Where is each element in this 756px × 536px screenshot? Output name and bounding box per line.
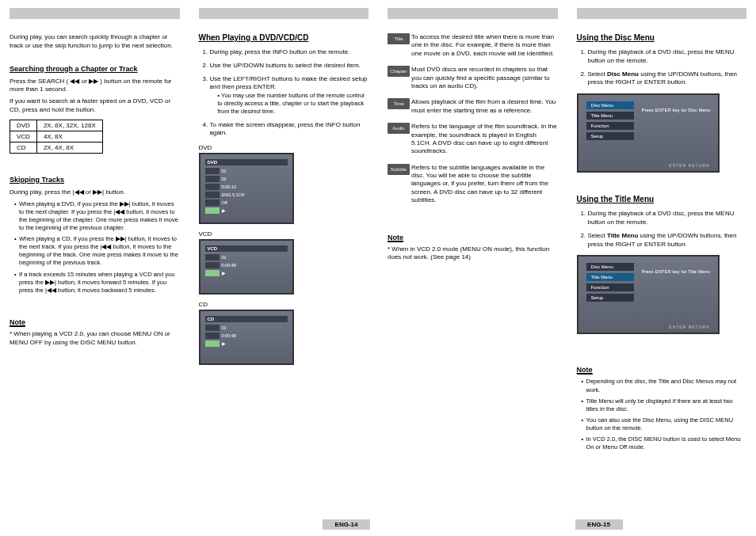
osd-menu-item: Setup bbox=[586, 132, 634, 140]
heading-skip: Skipping Tracks bbox=[10, 176, 180, 184]
search-hold: If you want to search at a faster speed … bbox=[10, 97, 180, 115]
gloss-subtitle: Subtitle Refers to the subtitle language… bbox=[388, 164, 558, 205]
step: Use the UP/DOWN buttons to select the de… bbox=[210, 62, 369, 70]
gloss-text: Allows playback of the film from a desir… bbox=[411, 98, 558, 115]
skip-intro: During play, press the |◀◀ or ▶▶| button… bbox=[10, 188, 180, 197]
col-4: Using the Disc Menu During the playback … bbox=[567, 0, 757, 536]
osd-menu-item: Title Menu bbox=[586, 273, 634, 281]
osd-hint: Press ENTER key for Title Menu bbox=[642, 269, 710, 274]
gloss-icon: Time bbox=[388, 98, 410, 109]
note-item: In VCD 2.0, the DISC MENU button is used… bbox=[582, 435, 747, 451]
gloss-text: Refers to the language of the film sound… bbox=[411, 123, 558, 156]
gloss-title: Title To access the desired title when t… bbox=[388, 33, 558, 58]
label-cd: CD bbox=[199, 301, 369, 308]
label-dvd: DVD bbox=[199, 144, 369, 151]
page-number-left: ENG-14 bbox=[323, 519, 370, 530]
step: Select Disc Menu using the UP/DOWN butto… bbox=[588, 70, 747, 88]
gloss-chapter: Chapter Most DVD discs are recorded in c… bbox=[388, 66, 558, 90]
note-item: Depending on the disc, the Title and Dis… bbox=[582, 378, 747, 393]
gloss-icon: Subtitle bbox=[388, 164, 410, 175]
titlemenu-steps: During the playback of a DVD disc, press… bbox=[577, 210, 747, 249]
osd-menu-item: Disc Menu bbox=[586, 263, 634, 271]
gloss-text: Most DVD discs are recorded in chapters … bbox=[411, 66, 558, 90]
osd-menu-item: Setup bbox=[586, 294, 634, 302]
bullet: When playing a DVD, if you press the ▶▶|… bbox=[14, 200, 180, 233]
cell: 2X, 8X, 32X, 128X bbox=[36, 120, 102, 131]
step: During the playback of a DVD disc, press… bbox=[588, 48, 747, 66]
gloss-audio: Audio Refers to the language of the film… bbox=[388, 123, 558, 156]
osd-menu-item: Title Menu bbox=[586, 112, 634, 120]
note-item: You can also use the Disc Menu, using th… bbox=[582, 416, 747, 432]
gloss-text: Refers to the subtitle languages availab… bbox=[411, 164, 558, 205]
page-number-right: ENG-15 bbox=[575, 519, 623, 530]
note-text: * When playing a VCD 2.0, you can choose… bbox=[10, 330, 180, 348]
heading-titlemenu: Using the Title Menu bbox=[577, 195, 747, 203]
header-bar bbox=[577, 8, 747, 19]
manual-spread: During play, you can search quickly thro… bbox=[0, 0, 756, 536]
note-heading: Note bbox=[388, 234, 403, 242]
osd-hdr: DVD bbox=[205, 159, 288, 165]
skip-bullets: When playing a DVD, if you press the ▶▶|… bbox=[10, 200, 180, 295]
gloss-time: Time Allows playback of the film from a … bbox=[388, 98, 558, 115]
col-2: When Playing a DVD/VCD/CD During play, p… bbox=[189, 0, 379, 536]
cell: VCD bbox=[10, 131, 37, 142]
step: During the playback of a DVD disc, press… bbox=[588, 210, 747, 227]
note-item: Title Menu will only be displayed if the… bbox=[582, 397, 747, 413]
note-bullets: Depending on the disc, the Title and Dis… bbox=[577, 378, 747, 451]
osd-menu-item: Disc Menu bbox=[586, 101, 634, 109]
cell: CD bbox=[10, 142, 37, 153]
osd-menu-item: Function bbox=[586, 283, 634, 291]
info-steps: During play, press the INFO button on th… bbox=[199, 48, 369, 138]
gloss-icon: Chapter bbox=[388, 66, 410, 77]
bullet: If a track exceeds 15 minutes when playi… bbox=[14, 271, 180, 295]
cell: 2X, 4X, 8X bbox=[36, 142, 102, 153]
osd-hdr: VCD bbox=[205, 245, 288, 252]
heading-infoplay: When Playing a DVD/VCD/CD bbox=[199, 33, 369, 42]
bullet: When playing a CD, if you press the ▶▶| … bbox=[14, 235, 180, 268]
note-heading: Note bbox=[10, 318, 25, 327]
heading-discmenu: Using the Disc Menu bbox=[577, 33, 747, 42]
note-text: * When in VCD 2.0 mode (MENU ON mode), t… bbox=[388, 245, 558, 263]
osd-discmenu: Disc Menu Title Menu Function Setup Pres… bbox=[577, 93, 720, 173]
label-vcd: VCD bbox=[199, 230, 369, 238]
osd-hdr: CD bbox=[205, 316, 288, 322]
header-bar bbox=[388, 8, 558, 19]
speed-table: DVD2X, 8X, 32X, 128X VCD4X, 8X CD2X, 4X,… bbox=[10, 120, 103, 154]
osd-foot: ENTER RETURN bbox=[669, 163, 709, 168]
heading-search: Searching through a Chapter or Track bbox=[10, 65, 180, 73]
cell: DVD bbox=[10, 120, 37, 131]
intro-text: During play, you can search quickly thro… bbox=[10, 33, 180, 51]
discmenu-steps: During the playback of a DVD disc, press… bbox=[577, 48, 747, 87]
step-text: Use the LEFT/RIGHT buttons to make the d… bbox=[210, 75, 368, 91]
osd-titlemenu: Disc Menu Title Menu Function Setup Pres… bbox=[577, 255, 720, 334]
step: Use the LEFT/RIGHT buttons to make the d… bbox=[210, 75, 369, 116]
osd-dvd: DVD 01 02 0:00:13 ENG 5.1CH Off ▶ bbox=[199, 153, 294, 224]
step: During play, press the INFO button on th… bbox=[210, 48, 369, 57]
osd-vcd: VCD 01 0:00:48 ▶ bbox=[199, 239, 294, 295]
osd-cd: CD 01 0:00:48 ▶ bbox=[199, 310, 294, 365]
osd-foot: ENTER RETURN bbox=[669, 325, 709, 329]
col-3: Title To access the desired title when t… bbox=[378, 0, 567, 536]
header-bar bbox=[199, 8, 369, 19]
col-1: During play, you can search quickly thro… bbox=[0, 0, 189, 536]
step: To make the screen disappear, press the … bbox=[210, 121, 369, 139]
step-sub: • You may use the number buttons of the … bbox=[218, 92, 369, 116]
search-press: Press the SEARCH ( ◀◀ or ▶▶ ) button on … bbox=[10, 78, 180, 95]
osd-menu-item: Function bbox=[586, 122, 634, 130]
gloss-icon: Audio bbox=[388, 123, 410, 134]
cell: 4X, 8X bbox=[36, 131, 102, 142]
step: Select Title Menu using the UP/DOWN butt… bbox=[588, 232, 747, 249]
osd-hint: Press ENTER key for Disc Menu bbox=[642, 108, 711, 112]
header-bar bbox=[10, 8, 180, 19]
gloss-text: To access the desired title when there i… bbox=[411, 33, 558, 58]
note-heading: Note bbox=[577, 366, 593, 374]
gloss-icon: Title bbox=[388, 33, 410, 44]
